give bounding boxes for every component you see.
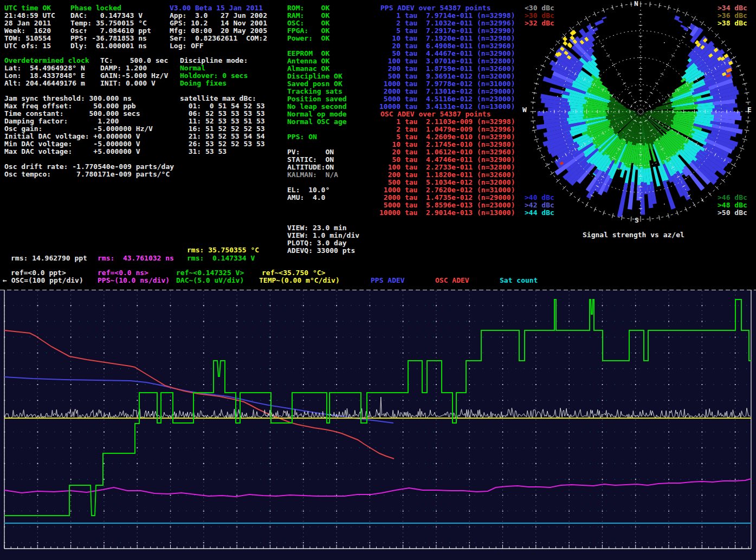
rms-pps: rms: 43.761032 ns (98, 255, 174, 262)
lady-heather-screen: UTC time OK21:48:59 UTC28 Jan 2011Week: … (0, 0, 756, 560)
grid-dot (104, 447, 105, 448)
grid-dot (602, 542, 603, 543)
grid-dot (236, 447, 237, 448)
grid-dot (535, 353, 537, 354)
sat-dbc-row: 26: 53 52 52 53 53 (180, 140, 265, 148)
grid-dot (236, 432, 237, 433)
star-dot (557, 96, 558, 97)
grid-dot (104, 432, 105, 433)
grid-dot (635, 400, 636, 401)
grid-dot (735, 353, 736, 354)
osc-status: OSC: OK (287, 19, 329, 27)
grid-dot (403, 526, 404, 528)
grid-dot (403, 542, 404, 543)
altitude-state: ALTITUDE:ON (287, 164, 334, 171)
grid-dot (702, 305, 703, 306)
grid-dot (104, 495, 105, 496)
polar-grid (650, 92, 653, 94)
utc-time: 21:48:59 UTC (4, 12, 55, 19)
pps-adev-row: 20 tau 6.4908e-011 (n=32960) (379, 42, 515, 50)
pps-adev-row: 2000 tau 7.1301e-012 (n=29000) (379, 88, 515, 95)
saved-posn-status: Saved posn OK (287, 80, 343, 88)
grid-dot (535, 400, 537, 401)
dbc-legend-gt38: >38 dBc (718, 19, 747, 27)
grid-dot (336, 463, 337, 464)
grid-dot (469, 321, 470, 322)
pps-adev-row: 1 tau 7.9714e-011 (n=32998) (379, 12, 515, 19)
amu-mask: AMU: 4.0 (287, 194, 325, 201)
polar-grid (649, 105, 651, 108)
grid-dot (70, 463, 72, 464)
grid-dot (403, 447, 404, 448)
grid-dot (469, 463, 470, 464)
scale-osc: ← OSC=(100 ppt/div) (3, 277, 83, 284)
polar-grid (594, 12, 596, 16)
damp-setting: DAMP: 1.200 (100, 64, 147, 72)
dac-voltage: DAC: 0.147343 V (70, 12, 143, 19)
grid-dot (104, 353, 105, 354)
polar-grid (650, 2, 650, 6)
plot-area[interactable] (0, 289, 756, 560)
grid-dot (370, 432, 371, 433)
polar-grid (628, 92, 631, 94)
grid-dot (203, 463, 204, 464)
rms-temp: rms: 35.750355 °C (187, 246, 259, 254)
grid-dot (502, 463, 503, 464)
pps-adev-row: 1000 tau 7.9778e-012 (n=31000) (379, 80, 515, 88)
grid-dot (568, 337, 570, 338)
grid-dot (635, 542, 636, 543)
discipline-mode-normal: Normal (180, 64, 205, 72)
tow: TOW: 510554 (4, 35, 51, 42)
grid-dot (502, 447, 503, 448)
grid-dot (37, 400, 38, 401)
signal-wedge (662, 180, 675, 210)
view-per-div: VIEW: 1.0 min/div (287, 232, 359, 239)
grid-dot (170, 400, 171, 401)
grid-dot (104, 463, 105, 464)
polar-grid (596, 36, 599, 38)
grid-dot (535, 542, 537, 543)
altitude: Alt: 204.46449176 m (4, 80, 85, 87)
polar-grid (545, 56, 550, 58)
grid-dot (469, 479, 470, 480)
grid-dot (635, 526, 636, 528)
static-state: STATIC: ON (287, 156, 334, 164)
grid-dot (635, 368, 636, 369)
grid-dot (236, 337, 237, 338)
polar-caption: Signal strength vs az/el (583, 231, 684, 239)
osc-adev-row: 1 tau 2.1103e-009 (n=32998) (379, 118, 515, 126)
grid-dot (436, 542, 437, 543)
grid-dot (370, 305, 371, 306)
grid-dot (602, 432, 603, 433)
polar-grid (655, 83, 658, 84)
max-dac: Max DAC voltage: +5.000000 V (4, 148, 140, 155)
signal-wedge (678, 20, 683, 23)
grid-dot (436, 495, 437, 496)
grid-dot (403, 305, 404, 306)
grid-dot (236, 542, 237, 543)
grid-dot (37, 447, 38, 448)
grid-dot (370, 479, 371, 480)
grid-dot (203, 542, 204, 543)
polar-grid (740, 148, 744, 149)
ref-osc: ref=<0.0 ppt> (11, 269, 66, 277)
polar-grid (736, 156, 740, 158)
grid-dot (270, 368, 271, 369)
polar-grid (658, 99, 660, 102)
holdover: Holdover: 0 secs (180, 72, 248, 80)
grid-dot (203, 368, 204, 369)
osc-adev-row: 5 tau 4.2609e-010 (n=32990) (379, 133, 515, 141)
dbc-legend-gt32: >32 dBc (525, 19, 554, 27)
grid-dot (104, 511, 105, 512)
dbc-legend-gt40: >40 dBc (525, 194, 554, 201)
polar-grid (644, 101, 648, 103)
grid-dot (336, 305, 337, 306)
grid-dot (436, 321, 437, 322)
polar-grid (745, 130, 749, 131)
grid-dot (236, 305, 237, 306)
grid-dot (702, 447, 703, 448)
polar-grid (661, 73, 664, 75)
grid-dot (170, 368, 171, 369)
grid-dot (602, 526, 603, 528)
grid-dot (668, 400, 669, 401)
